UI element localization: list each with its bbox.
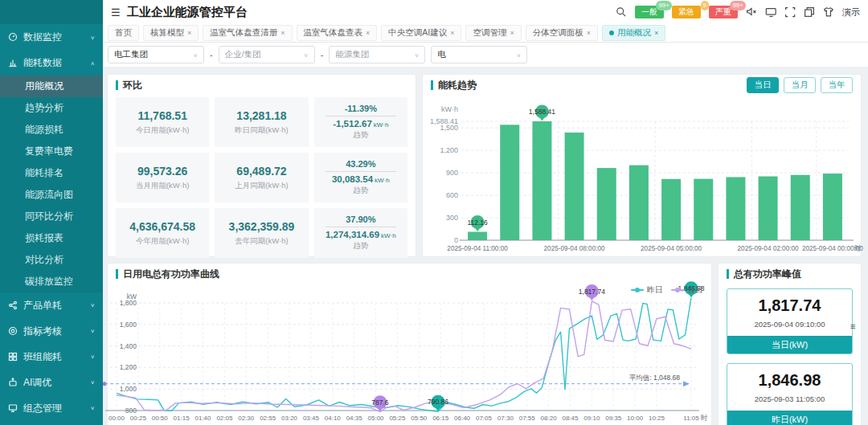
filter-select-能源集团[interactable]: 能源集团∨ bbox=[329, 46, 425, 63]
bar-09:00[interactable] bbox=[532, 121, 551, 240]
trend-range-button-当日[interactable]: 当日 bbox=[747, 77, 779, 93]
bar-05:00[interactable] bbox=[661, 179, 681, 240]
sidebar-subitem-同环比分析[interactable]: 同环比分析 bbox=[0, 206, 103, 227]
alarm-badge-一般[interactable]: 一般99+ bbox=[635, 6, 664, 18]
divider bbox=[326, 227, 396, 227]
trend-range-button-当年[interactable]: 当年 bbox=[821, 77, 853, 93]
svg-text:时: 时 bbox=[854, 244, 862, 252]
tab-空调管理[interactable]: 空调管理× bbox=[465, 25, 521, 41]
svg-text:01:40: 01:40 bbox=[195, 415, 212, 422]
sidebar-subitem-碳排放监控[interactable]: 碳排放监控 bbox=[0, 271, 103, 292]
ai-icon bbox=[8, 378, 18, 387]
filter-select-电[interactable]: 电∨ bbox=[431, 46, 527, 63]
sidebar-item-能耗数据[interactable]: 能耗数据∧ bbox=[0, 50, 103, 76]
svg-text:06:15: 06:15 bbox=[432, 415, 449, 422]
close-tab-icon[interactable]: × bbox=[450, 29, 454, 37]
bar-03:00[interactable] bbox=[726, 177, 745, 240]
peak-label-button[interactable]: 当日(kW) bbox=[727, 336, 852, 353]
screen-icon[interactable] bbox=[765, 6, 776, 18]
svg-text:02:05: 02:05 bbox=[216, 415, 233, 422]
svg-text:05:50: 05:50 bbox=[411, 415, 428, 422]
panel-huanbi-title-text: 环比 bbox=[123, 79, 142, 92]
tab-分体空调面板[interactable]: 分体空调面板× bbox=[526, 25, 598, 41]
panel-power-peak-title-text: 总有功功率峰值 bbox=[734, 268, 801, 281]
svg-text:05:00: 05:00 bbox=[368, 415, 385, 422]
panel-huanbi: 环比 11,768.51今日用能(kW·h)13,281.18昨日同期(kW·h… bbox=[107, 74, 416, 257]
peak-label-button[interactable]: 昨日(kW) bbox=[727, 411, 852, 425]
speaker-off-icon[interactable] bbox=[746, 6, 757, 18]
legend-item-当日[interactable]: 当日 bbox=[671, 284, 703, 296]
tab-用能概况[interactable]: 用能概况× bbox=[602, 25, 665, 41]
stat-label: 上月同期(kW·h) bbox=[235, 181, 289, 191]
sidebar-subitem-能耗排名[interactable]: 能耗排名 bbox=[0, 162, 103, 184]
huanbi-previous-card-0: 13,281.18昨日同期(kW·h) bbox=[215, 97, 308, 147]
sidebar-item-数据监控[interactable]: 数据监控∨ bbox=[0, 24, 103, 50]
huanbi-trend-card-0: -11.39%-1,512.67kW·h趋势 bbox=[314, 97, 407, 147]
title-marker bbox=[116, 80, 118, 90]
bar-06:00[interactable] bbox=[629, 166, 649, 240]
huanbi-grid: 11,768.51今日用能(kW·h)13,281.18昨日同期(kW·h)-1… bbox=[108, 96, 416, 266]
bar-02:00[interactable] bbox=[759, 177, 778, 240]
tab-中央空调AI建议[interactable]: 中央空调AI建议× bbox=[381, 25, 461, 41]
alarm-badge-紧急[interactable]: 紧急9 bbox=[672, 6, 701, 18]
tab-温室气体盘查清册[interactable]: 温室气体盘查清册× bbox=[203, 25, 292, 41]
bar-04:00[interactable] bbox=[694, 179, 713, 240]
demo-button[interactable]: 演示 bbox=[842, 6, 860, 18]
sidebar-item-班组能耗[interactable]: 班组能耗∨ bbox=[0, 344, 103, 370]
divider bbox=[326, 116, 396, 116]
sidebar-subitem-趋势分析[interactable]: 趋势分析 bbox=[0, 97, 103, 119]
fullscreen-icon[interactable] bbox=[784, 6, 796, 18]
sidebar-subitem-复费率电费[interactable]: 复费率电费 bbox=[0, 141, 103, 162]
sidebar-subitem-能源损耗[interactable]: 能源损耗 bbox=[0, 119, 103, 141]
theme-icon[interactable] bbox=[823, 6, 834, 18]
panel-drag-handle-icon[interactable]: ≡ bbox=[850, 325, 855, 329]
trend-label: 趋势 bbox=[353, 130, 368, 141]
sidebar-subitem-用能概况[interactable]: 用能概况 bbox=[0, 76, 103, 97]
close-tab-icon[interactable]: × bbox=[654, 29, 658, 37]
filter-select-企业/集团[interactable]: 企业/集团∨ bbox=[219, 46, 315, 63]
sidebar-item-自定义报表[interactable]: 自定义报表∨ bbox=[0, 421, 103, 425]
title-marker bbox=[727, 269, 729, 279]
svg-text:2025-09-04 05:00:00: 2025-09-04 05:00:00 bbox=[641, 245, 702, 252]
sidebar-subitem-损耗报表[interactable]: 损耗报表 bbox=[0, 227, 103, 249]
svg-text:10:25: 10:25 bbox=[649, 415, 665, 422]
collapse-menu-icon[interactable]: ☰ bbox=[111, 6, 121, 18]
legend-swatch bbox=[631, 289, 644, 291]
close-tab-icon[interactable]: × bbox=[280, 29, 285, 37]
sidebar-subitem-对比分析[interactable]: 对比分析 bbox=[0, 249, 103, 271]
close-tab-icon[interactable]: × bbox=[510, 29, 514, 37]
filter-value: 能源集团 bbox=[335, 49, 369, 60]
svg-text:02:55: 02:55 bbox=[260, 415, 276, 422]
bar-08:00[interactable] bbox=[565, 133, 584, 240]
tab-核算模型[interactable]: 核算模型× bbox=[143, 25, 199, 41]
sidebar-item-产品单耗[interactable]: 产品单耗∨ bbox=[0, 292, 103, 318]
filter-select-电工集团[interactable]: 电工集团∨ bbox=[108, 46, 204, 63]
bar-07:00[interactable] bbox=[597, 168, 616, 240]
copy-icon[interactable] bbox=[804, 6, 815, 18]
svg-text:600: 600 bbox=[446, 191, 458, 199]
bar-00:00[interactable] bbox=[823, 174, 842, 240]
sidebar-subitem-能源流向图[interactable]: 能源流向图 bbox=[0, 184, 103, 206]
trend-range-button-当月[interactable]: 当月 bbox=[784, 77, 816, 93]
alarm-badge-严重[interactable]: 严重99+ bbox=[709, 6, 738, 18]
stat-value: 3,362,359.89 bbox=[229, 220, 295, 233]
legend-item-昨日[interactable]: 昨日 bbox=[631, 284, 663, 296]
tab-首页[interactable]: 首页 bbox=[108, 25, 139, 41]
stat-label: 昨日同期(kW·h) bbox=[235, 125, 289, 136]
search-icon[interactable] bbox=[616, 6, 627, 18]
sidebar-item-组态管理[interactable]: 组态管理∨ bbox=[0, 395, 103, 421]
close-tab-icon[interactable]: × bbox=[366, 29, 370, 37]
sidebar-item-指标考核[interactable]: 指标考核∨ bbox=[0, 318, 103, 344]
bar-01:00[interactable] bbox=[791, 175, 810, 240]
bar-11:00[interactable] bbox=[468, 232, 487, 240]
close-tab-icon[interactable]: × bbox=[187, 29, 191, 37]
tab-温室气体盘查表[interactable]: 温室气体盘查表× bbox=[297, 25, 378, 41]
bar-10:00[interactable] bbox=[500, 125, 519, 240]
close-tab-icon[interactable]: × bbox=[587, 29, 591, 37]
svg-text:平均值: 1,048.68: 平均值: 1,048.68 bbox=[629, 374, 681, 382]
layout-icon bbox=[8, 403, 18, 413]
sidebar-item-label: AI调优 bbox=[23, 376, 90, 390]
svg-text:2025-09-04 08:00:00: 2025-09-04 08:00:00 bbox=[544, 245, 605, 252]
sidebar-item-AI调优[interactable]: AI调优∨ bbox=[0, 370, 103, 395]
svg-text:kW·h: kW·h bbox=[441, 105, 458, 113]
